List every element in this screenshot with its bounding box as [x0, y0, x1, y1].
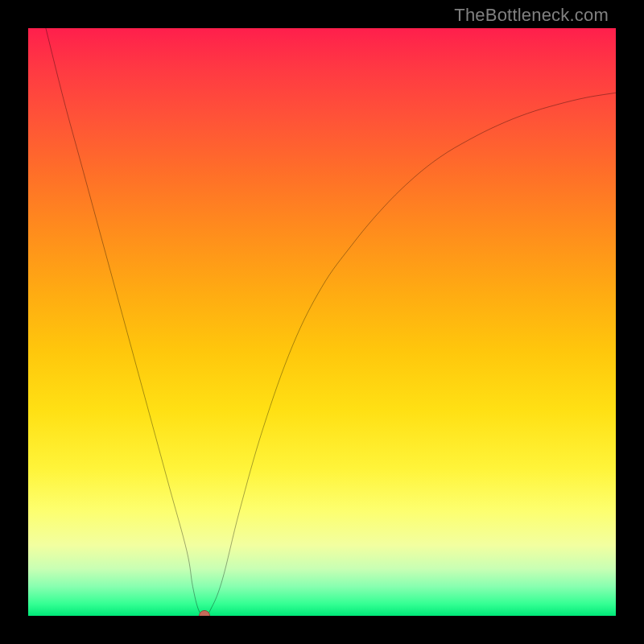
chart-frame: TheBottleneck.com — [0, 0, 644, 644]
bottleneck-curve — [46, 28, 616, 616]
watermark-text: TheBottleneck.com — [454, 5, 609, 26]
curve-layer — [28, 28, 616, 616]
optimal-point-marker — [199, 610, 209, 616]
